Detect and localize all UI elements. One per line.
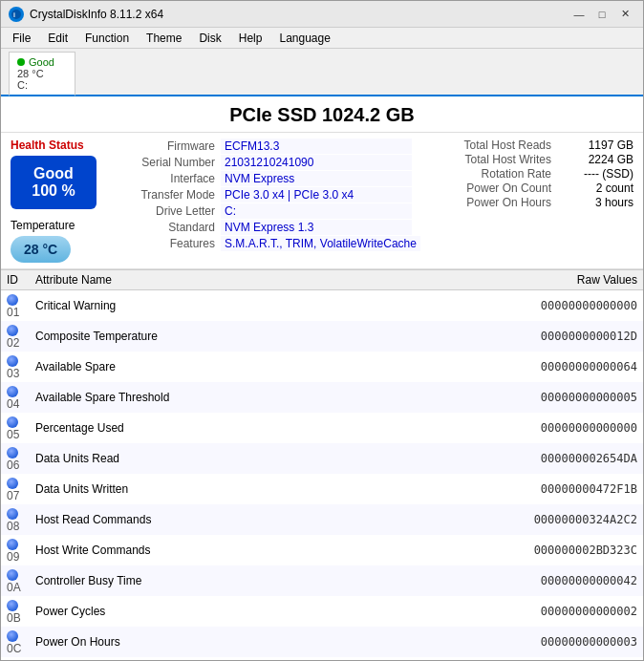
row-icon — [7, 294, 18, 306]
cell-name: Critical Warning — [30, 290, 430, 322]
col-header-raw: Raw Values — [430, 270, 644, 290]
cell-name: Data Units Written — [30, 474, 430, 504]
cell-raw: 00000000000000 — [430, 290, 644, 322]
cell-name: Data Units Read — [30, 443, 430, 474]
cell-raw: 000000002654DA — [430, 443, 644, 474]
row-icon — [7, 630, 18, 642]
stat-total-writes: Total Host Writes 2224 GB — [452, 153, 633, 166]
row-icon — [7, 325, 18, 336]
cell-name: Composite Temperature — [30, 321, 430, 352]
detail-transfer: Transfer Mode PCIe 3.0 x4 | PCIe 3.0 x4 — [116, 187, 433, 203]
detail-firmware: Firmware ECFM13.3 — [116, 139, 433, 154]
row-icon — [7, 600, 18, 611]
detail-interface: Interface NVM Express — [116, 171, 433, 186]
col-header-id: ID — [1, 270, 30, 290]
row-icon — [7, 539, 18, 550]
cell-name: Unsafe Shutdowns — [30, 657, 430, 660]
table-row: 09 Host Write Commands 000000002BD323C — [1, 535, 643, 565]
row-icon — [7, 386, 18, 397]
table-row: 0B Power Cycles 00000000000002 — [1, 596, 643, 627]
cell-raw: 00000000000064 — [430, 352, 644, 382]
app-icon: i — [9, 7, 24, 22]
table-row: 07 Data Units Written 00000000472F1B — [1, 474, 643, 504]
table-row: 02 Composite Temperature 0000000000012D — [1, 321, 643, 352]
status-dot — [17, 58, 25, 66]
content-area: PCIe SSD 1024.2 GB Health Status Good 10… — [1, 96, 643, 660]
cell-id: 02 — [1, 321, 30, 352]
drive-tab-c[interactable]: Good 28 °C C: — [9, 52, 75, 96]
svg-text:i: i — [13, 11, 15, 18]
cell-raw: 00000000000002 — [430, 596, 644, 627]
table-row: 01 Critical Warning 00000000000000 — [1, 290, 643, 322]
close-button[interactable]: ✕ — [614, 5, 635, 24]
table-row: 03 Available Spare 00000000000064 — [1, 352, 643, 382]
cell-id: 06 — [1, 443, 30, 474]
cell-name: Power Cycles — [30, 596, 430, 627]
menu-edit[interactable]: Edit — [40, 30, 75, 47]
attributes-table-section: ID Attribute Name Raw Values 01 Critical… — [1, 269, 643, 660]
col-header-name: Attribute Name — [30, 270, 430, 290]
cell-raw: 00000000000005 — [430, 382, 644, 413]
detail-serial: Serial Number 21031210241090 — [116, 155, 433, 170]
menu-bar: File Edit Function Theme Disk Help Langu… — [1, 28, 643, 49]
cell-raw: 00000000472F1B — [430, 474, 644, 504]
table-row: 08 Host Read Commands 00000000324A2C2 — [1, 504, 643, 535]
stat-power-hours: Power On Hours 3 hours — [452, 196, 633, 209]
maximize-button[interactable]: □ — [591, 5, 612, 24]
menu-function[interactable]: Function — [77, 30, 137, 47]
cell-name: Power On Hours — [30, 627, 430, 657]
menu-file[interactable]: File — [5, 30, 38, 47]
cell-raw: 00000000000000 — [430, 413, 644, 443]
title-bar: i CrystalDiskInfo 8.11.2 x64 — □ ✕ — [1, 1, 643, 28]
cell-id: 07 — [1, 474, 30, 504]
health-label: Health Status — [11, 139, 84, 152]
menu-disk[interactable]: Disk — [191, 30, 228, 47]
cell-raw: 00000000324A2C2 — [430, 504, 644, 535]
cell-raw: 00000000000003 — [430, 627, 644, 657]
detail-features: Features S.M.A.R.T., TRIM, VolatileWrite… — [116, 236, 433, 251]
table-header-row: ID Attribute Name Raw Values — [1, 270, 643, 290]
drive-tab-temp: 28 °C — [17, 68, 44, 79]
cell-name: Host Write Commands — [30, 535, 430, 565]
minimize-button[interactable]: — — [569, 5, 590, 24]
health-panel: Health Status Good 100 % Temperature 28 … — [11, 139, 106, 263]
table-row: 05 Percentage Used 00000000000000 — [1, 413, 643, 443]
cell-id: 09 — [1, 535, 30, 565]
menu-help[interactable]: Help — [231, 30, 270, 47]
main-window: i CrystalDiskInfo 8.11.2 x64 — □ ✕ File … — [0, 0, 644, 661]
row-icon — [7, 416, 18, 428]
cell-raw: 000000002BD323C — [430, 535, 644, 565]
details-grid: Firmware ECFM13.3 Serial Number 21031210… — [116, 139, 433, 263]
stat-power-count: Power On Count 2 count — [452, 181, 633, 195]
menu-language[interactable]: Language — [271, 30, 337, 47]
temperature-label: Temperature — [11, 219, 75, 232]
drive-title: PCIe SSD 1024.2 GB — [1, 96, 643, 133]
detail-standard: Standard NVM Express 1.3 — [116, 220, 433, 235]
cell-id: 0D — [1, 657, 30, 660]
drive-tab-bar: Good 28 °C C: — [1, 49, 643, 96]
window-title: CrystalDiskInfo 8.11.2 x64 — [30, 8, 563, 21]
cell-id: 03 — [1, 352, 30, 382]
cell-raw: 00000000000001 — [430, 657, 644, 660]
cell-id: 0A — [1, 565, 30, 596]
cell-name: Percentage Used — [30, 413, 430, 443]
stat-total-reads: Total Host Reads 1197 GB — [452, 139, 633, 152]
health-percent: 100 % — [30, 182, 77, 200]
cell-id: 04 — [1, 382, 30, 413]
cell-id: 05 — [1, 413, 30, 443]
health-badge: Good 100 % — [11, 156, 97, 209]
table-row: 0A Controller Busy Time 00000000000042 — [1, 565, 643, 596]
row-icon — [7, 478, 18, 489]
cell-name: Available Spare Threshold — [30, 382, 430, 413]
table-row: 0C Power On Hours 00000000000003 — [1, 627, 643, 657]
menu-theme[interactable]: Theme — [139, 30, 189, 47]
cell-name: Controller Busy Time — [30, 565, 430, 596]
drive-tab-letter: C: — [17, 79, 28, 91]
health-status: Good — [30, 165, 77, 182]
table-row: 06 Data Units Read 000000002654DA — [1, 443, 643, 474]
window-controls: — □ ✕ — [569, 5, 635, 24]
row-icon — [7, 447, 18, 458]
row-icon — [7, 508, 18, 520]
cell-id: 0C — [1, 627, 30, 657]
detail-driveletter: Drive Letter C: — [116, 203, 433, 219]
